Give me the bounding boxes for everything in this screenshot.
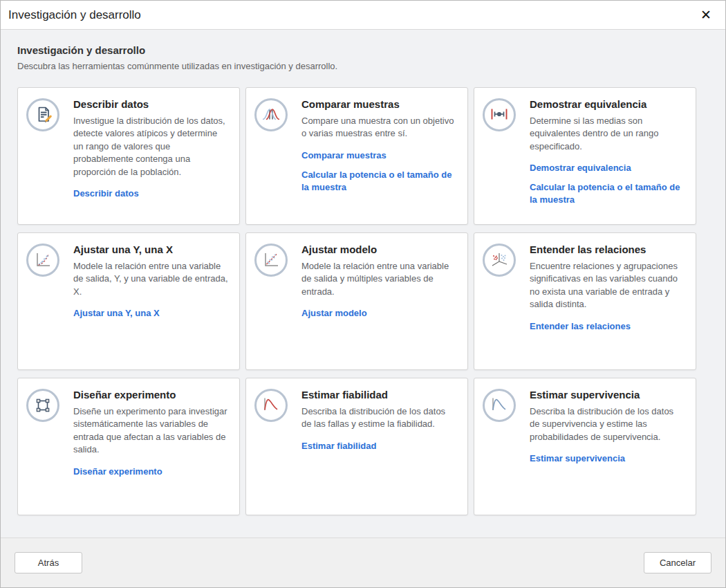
cards-grid: Describir datos Investigue la distribuci…: [17, 87, 709, 515]
card-description: Describa la distribución de los datos de…: [530, 405, 685, 443]
card-description: Diseñe un experimento para investigar si…: [73, 405, 228, 457]
calcular-potencia-link[interactable]: Calcular la potencia o el tamaño de la m…: [301, 169, 456, 194]
card-title: Ajustar modelo: [301, 244, 456, 255]
dialog-footer: Atrás Cancelar: [1, 538, 725, 587]
compare-samples-icon: [254, 98, 288, 131]
card-title: Comparar muestras: [301, 98, 456, 110]
estimar-supervivencia-link[interactable]: Estimar supervivencia: [530, 452, 685, 465]
dialog-titlebar: Investigación y desarrollo ✕: [1, 1, 725, 30]
reliability-curve-icon: [254, 389, 288, 422]
card-compare-samples: Comparar muestras Compare una muestra co…: [245, 87, 468, 225]
card-description: Compare una muestra con un objetivo o va…: [301, 115, 456, 140]
card-description: Modele la relación entre una variable de…: [301, 260, 456, 298]
equivalence-icon: [483, 98, 516, 131]
research-development-dialog: Investigación y desarrollo ✕ Investigaci…: [0, 0, 726, 588]
card-description: Describa la distribución de los datos de…: [301, 405, 456, 431]
dialog-title: Investigación y desarrollo: [8, 8, 696, 22]
close-icon[interactable]: ✕: [696, 6, 716, 24]
card-title: Estimar supervivencia: [530, 389, 685, 401]
cancel-button[interactable]: Cancelar: [644, 552, 711, 573]
calcular-potencia-link[interactable]: Calcular la potencia o el tamaño de la m…: [530, 181, 685, 206]
dialog-content: Investigación y desarrollo Descubra las …: [1, 30, 725, 538]
card-title: Entender las relaciones: [530, 244, 685, 255]
relationships-3d-scatter-icon: [483, 244, 516, 277]
card-fit-model: Ajustar modelo Modele la relación entre …: [245, 232, 468, 370]
page-title: Investigación y desarrollo: [17, 44, 709, 56]
card-understand-relationships: Entender las relaciones Encuentre relaci…: [474, 232, 696, 370]
page-subtitle: Descubra las herramientas comúnmente uti…: [17, 61, 709, 71]
card-title: Describir datos: [73, 98, 228, 110]
fit-model-icon: [254, 244, 288, 277]
card-title: Estimar fiabilidad: [301, 389, 456, 401]
fit-one-y-one-x-icon: [26, 244, 59, 277]
describe-data-icon: [26, 98, 59, 131]
survival-curve-icon: [483, 389, 516, 422]
card-description: Modele la relación entre una variable de…: [73, 260, 228, 298]
card-description: Encuentre relaciones y agrupaciones sign…: [530, 260, 685, 311]
card-design-experiment: Diseñar experimento Diseñe un experiment…: [17, 378, 240, 515]
card-fit-one-y-one-x: Ajustar una Y, una X Modele la relación …: [17, 232, 240, 370]
back-button[interactable]: Atrás: [15, 552, 82, 573]
card-title: Ajustar una Y, una X: [73, 244, 228, 255]
card-description: Determine si las medias son equivalentes…: [530, 115, 685, 153]
card-title: Demostrar equivalencia: [530, 98, 685, 110]
card-description: Investigue la distribución de los datos,…: [73, 115, 228, 178]
demostrar-equivalencia-link[interactable]: Demostrar equivalencia: [530, 162, 685, 174]
disenar-experimento-link[interactable]: Diseñar experimento: [73, 466, 228, 478]
entender-las-relaciones-link[interactable]: Entender las relaciones: [530, 320, 685, 333]
ajustar-una-y-una-x-link[interactable]: Ajustar una Y, una X: [73, 307, 228, 320]
design-experiment-icon: [26, 389, 59, 422]
describir-datos-link[interactable]: Describir datos: [73, 187, 228, 200]
card-demonstrate-equivalence: Demostrar equivalencia Determine si las …: [474, 87, 696, 225]
comparar-muestras-link[interactable]: Comparar muestras: [301, 149, 456, 162]
card-title: Diseñar experimento: [73, 389, 228, 401]
card-estimate-reliability: Estimar fiabilidad Describa la distribuc…: [245, 378, 468, 515]
card-describe-data: Describir datos Investigue la distribuci…: [17, 87, 240, 225]
card-estimate-survival: Estimar supervivencia Describa la distri…: [474, 378, 696, 515]
ajustar-modelo-link[interactable]: Ajustar modelo: [301, 307, 456, 320]
estimar-fiabilidad-link[interactable]: Estimar fiabilidad: [301, 440, 456, 452]
